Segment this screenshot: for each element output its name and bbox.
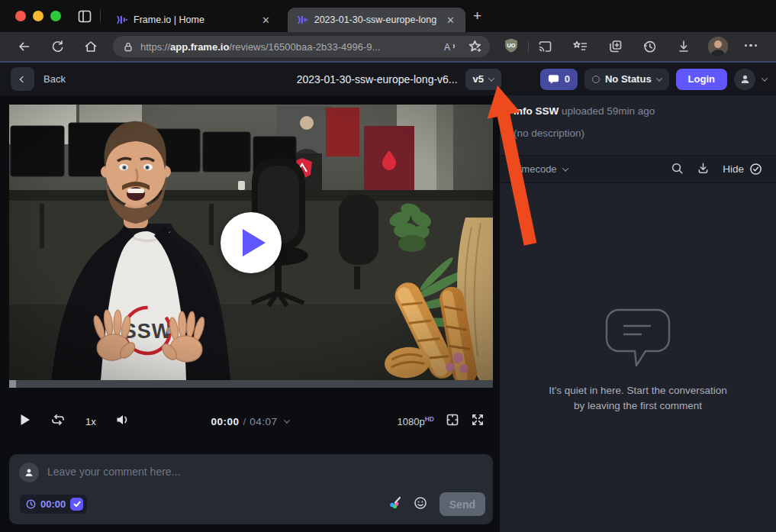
resolution-button[interactable]: 1080pHD (398, 415, 434, 427)
version-label: v5 (473, 73, 484, 85)
chevron-down-icon (655, 75, 662, 81)
window-controls (15, 11, 61, 21)
uploader-name: Info SSW (514, 105, 559, 117)
duration: 04:07 (250, 416, 277, 427)
address-bar[interactable]: https://app.frame.io/reviews/16500baa-2b… (113, 36, 490, 57)
browser-toolbar: https://app.frame.io/reviews/16500baa-2b… (0, 32, 776, 61)
play-icon (243, 229, 266, 256)
back-icon[interactable] (17, 40, 31, 56)
profile-avatar[interactable] (708, 37, 728, 56)
favorites-bar-icon[interactable] (573, 40, 588, 56)
tab-close-icon[interactable]: ✕ (443, 14, 458, 27)
browser-window: Frame.io | Home ✕ 2023-01-30-ssw-europe-… (0, 0, 776, 532)
minimize-window-button[interactable] (33, 11, 43, 21)
play-control-icon[interactable] (20, 414, 31, 429)
refresh-icon[interactable] (50, 40, 64, 56)
maximize-window-button[interactable] (50, 11, 61, 21)
comment-bubble-icon (548, 74, 559, 85)
tab-strip: Frame.io | Home ✕ 2023-01-30-ssw-europe-… (0, 0, 776, 32)
frameio-favicon (297, 15, 308, 25)
comment-composer[interactable]: 00:00 Send (9, 454, 493, 524)
player-controls: 1x 00:00 / 04:07 1080pHD (0, 408, 500, 434)
current-time: 00:00 (211, 416, 239, 427)
downloads-icon[interactable] (677, 40, 691, 56)
version-dropdown[interactable]: v5 (465, 69, 501, 90)
svg-text:A: A (444, 42, 450, 53)
loop-icon[interactable] (50, 414, 66, 429)
comment-input[interactable] (47, 462, 368, 482)
speech-bubble-icon (601, 307, 675, 369)
player-pane: SSW (0, 95, 500, 532)
account-chevron-icon[interactable] (762, 75, 768, 81)
lock-icon (122, 40, 134, 53)
tab-title: Frame.io | Home (134, 15, 204, 25)
extension-badge-text: UO (507, 42, 515, 49)
back-label[interactable]: Back (43, 73, 66, 85)
frameio-favicon (116, 15, 127, 25)
cast-icon[interactable] (538, 40, 552, 56)
status-dropdown[interactable]: No Status (584, 69, 669, 90)
time-display[interactable]: 00:00 / 04:07 (211, 408, 288, 434)
empty-state-line2: by leaving the first comment (500, 398, 776, 414)
asset-title: 2023-01-30-ssw-europe-long-v6... (297, 73, 458, 85)
chevron-left-icon (19, 76, 25, 82)
status-circle-icon (592, 76, 600, 83)
hd-badge: HD (425, 415, 434, 423)
sort-dropdown[interactable]: Timecode (514, 163, 568, 175)
person-icon (24, 467, 34, 478)
play-button[interactable] (221, 212, 282, 273)
add-favorite-icon[interactable] (468, 40, 482, 53)
uploaded-time: uploaded 59min ago (562, 105, 655, 117)
comments-toolbar: Timecode Hide (500, 155, 776, 183)
toolbar-divider (528, 41, 529, 53)
timestamp-checkbox[interactable] (70, 498, 83, 511)
status-label: No Status (605, 73, 652, 85)
check-circle-icon (749, 163, 762, 176)
url-host: app.frame.io (170, 41, 229, 53)
frameio-app: Back 2023-01-30-ssw-europe-long-v6... v5… (0, 61, 776, 532)
adblock-extension-icon[interactable]: UO (503, 37, 520, 58)
asset-description: (no description) (514, 127, 762, 139)
empty-state-line1: It's quiet in here. Start the conversati… (500, 383, 776, 398)
read-aloud-icon[interactable]: A (443, 40, 458, 53)
clock-icon (26, 499, 36, 509)
comment-count: 0 (565, 73, 570, 85)
hide-completed-toggle[interactable]: Hide (723, 163, 762, 176)
tab-close-icon[interactable]: ✕ (259, 14, 273, 27)
search-comments-icon[interactable] (671, 162, 684, 177)
close-window-button[interactable] (15, 11, 26, 21)
asset-info: Info SSW uploaded 59min ago (no descript… (500, 95, 776, 155)
timestamp-toggle[interactable]: 00:00 (20, 495, 87, 514)
tab-review-active[interactable]: 2023-01-30-ssw-europe-long- ✕ (288, 8, 465, 32)
fullscreen-icon[interactable] (471, 413, 485, 430)
browser-sidebar-toggle-icon[interactable] (78, 10, 92, 26)
send-button[interactable]: Send (440, 492, 485, 516)
review-header: Back 2023-01-30-ssw-europe-long-v6... v5… (0, 63, 776, 95)
url-path: /reviews/16500baa-2b33-4996-9... (229, 41, 380, 53)
emoji-icon[interactable] (414, 496, 427, 513)
comments-count-badge[interactable]: 0 (540, 69, 578, 90)
guides-icon[interactable] (446, 413, 459, 430)
annotation-brush-icon[interactable] (387, 496, 401, 512)
tab-title: 2023-01-30-ssw-europe-long- (314, 15, 437, 25)
volume-icon[interactable] (116, 414, 130, 429)
new-tab-button[interactable]: + (473, 10, 481, 22)
playhead[interactable] (9, 380, 16, 388)
tab-frameio-home[interactable]: Frame.io | Home ✕ (107, 8, 281, 32)
back-button[interactable] (11, 67, 34, 91)
comments-empty-state: It's quiet in here. Start the conversati… (500, 307, 776, 414)
chevron-down-icon (562, 165, 568, 171)
history-icon[interactable] (642, 40, 657, 56)
tab-divider (100, 10, 101, 22)
browser-menu-icon[interactable] (745, 44, 757, 47)
collections-icon[interactable] (608, 40, 623, 56)
user-menu-button[interactable] (734, 69, 755, 90)
chevron-down-icon (488, 75, 494, 81)
comments-sidebar: Info SSW uploaded 59min ago (no descript… (500, 95, 776, 532)
timeline-scrubber[interactable] (9, 380, 493, 388)
login-button[interactable]: Login (676, 69, 727, 90)
home-icon[interactable] (84, 40, 98, 56)
timestamp-value: 00:00 (40, 498, 66, 510)
download-comments-icon[interactable] (697, 162, 710, 177)
playback-speed-button[interactable]: 1x (85, 416, 96, 427)
